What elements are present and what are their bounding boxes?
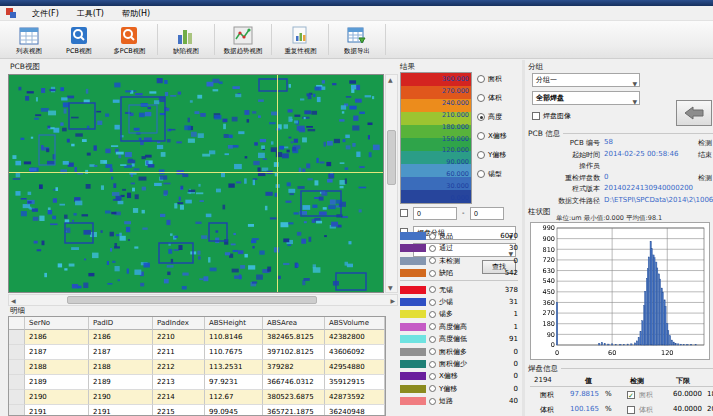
radio-icon[interactable] — [429, 385, 436, 392]
pcb-vertical-scrollbar[interactable]: ▲ ▼ — [385, 74, 398, 293]
category-row[interactable]: 面积偏少0 — [400, 358, 518, 370]
radio-icon[interactable] — [477, 170, 485, 178]
group-select[interactable]: 分组一▼ — [532, 73, 640, 87]
radio-icon[interactable] — [477, 75, 485, 83]
radio-icon[interactable] — [429, 299, 436, 306]
row-selector[interactable] — [9, 390, 25, 405]
column-header[interactable]: SerNo — [25, 317, 89, 330]
radio-icon[interactable] — [429, 245, 436, 252]
radio-icon[interactable] — [429, 348, 436, 355]
radio-icon[interactable] — [429, 336, 436, 343]
radio-icon[interactable] — [429, 373, 436, 380]
scrollbar-thumb[interactable] — [387, 130, 396, 185]
pcb-horizontal-scrollbar[interactable]: ◀ ▶ — [8, 294, 398, 306]
radio-icon[interactable] — [429, 398, 436, 405]
table-row[interactable]: 219021902214112.67380523.687542873592 — [9, 390, 385, 405]
category-row[interactable]: Y偏移0 — [400, 383, 518, 395]
range-to-input[interactable] — [470, 207, 504, 220]
category-row[interactable]: X偏移0 — [400, 370, 518, 382]
info-value: 0 — [604, 173, 608, 181]
column-header[interactable]: PadID — [89, 317, 153, 330]
category-row[interactable]: 高度偏高1 — [400, 321, 518, 333]
scroll-left-icon[interactable]: ◀ — [11, 297, 16, 304]
category-row[interactable]: 未检测0 — [400, 255, 518, 267]
column-header[interactable]: ABSVolume — [325, 317, 385, 330]
table-cell: 2186 — [25, 330, 89, 345]
menu-help[interactable]: 帮助(H) — [120, 7, 152, 20]
back-arrow-button[interactable] — [676, 100, 712, 126]
radio-icon[interactable] — [429, 311, 436, 318]
pad-check-checkbox[interactable]: ✓ — [627, 391, 635, 399]
detail-table[interactable]: SerNoPadIDPadIndexABSHeightABSAreaABSVol… — [8, 316, 386, 416]
column-header[interactable]: PadIndex — [153, 317, 205, 330]
scroll-down-icon[interactable]: ▼ — [388, 284, 393, 291]
scroll-right-icon[interactable]: ▶ — [390, 297, 395, 304]
category-row[interactable]: 良品6070 — [400, 230, 518, 242]
pad-select[interactable]: 全部焊盘▼ — [532, 91, 640, 105]
radio-icon[interactable] — [429, 286, 436, 293]
table-cell: 2187 — [89, 345, 153, 360]
pad-image-checkbox[interactable] — [532, 112, 540, 120]
radio-icon[interactable] — [429, 270, 436, 277]
pcb-info-row: 程式版本20140224130940000200 — [528, 184, 713, 195]
results-title: 结果 — [400, 62, 415, 72]
category-row[interactable]: 短路40 — [400, 395, 518, 407]
metric-option-4[interactable]: X偏移 — [477, 131, 507, 141]
table-cell: 366746.0312 — [263, 375, 325, 390]
radio-icon[interactable] — [477, 113, 485, 121]
pcb-view-icon — [68, 25, 90, 45]
repeatability-view-button[interactable]: 重复性视图 — [275, 21, 325, 58]
radio-icon[interactable] — [477, 132, 485, 140]
menu-tools[interactable]: 工具(T) — [75, 7, 106, 20]
category-count: 91 — [509, 335, 518, 343]
list-view-button[interactable]: 列表视图 — [4, 21, 54, 58]
pcb-board-view[interactable] — [8, 74, 384, 293]
defect-view-button[interactable]: 缺陷视图 — [161, 21, 211, 58]
scrollbar-thumb[interactable] — [67, 296, 317, 304]
column-header[interactable]: ABSArea — [263, 317, 325, 330]
category-row[interactable]: 无锡378 — [400, 284, 518, 296]
category-row[interactable]: 通过30 — [400, 242, 518, 254]
radio-icon[interactable] — [429, 323, 436, 330]
table-row[interactable]: 218721872211110.7675397102.812543606092 — [9, 345, 385, 360]
radio-icon[interactable] — [429, 257, 436, 264]
data-trend-view-button[interactable]: 数据趋势视图 — [218, 21, 268, 58]
category-row[interactable]: 缺陷542 — [400, 267, 518, 279]
table-row[interactable]: 21892189221397.9231366746.031235912915 — [9, 375, 385, 390]
metric-option-6[interactable]: 锡型 — [477, 169, 502, 179]
radio-icon[interactable] — [429, 233, 436, 240]
pcb-info-row: PCB 编号58检测 — [528, 138, 713, 149]
metric-option-2[interactable]: 体积 — [477, 93, 502, 103]
category-row[interactable]: 面积偏多0 — [400, 346, 518, 358]
pcb-view-button[interactable]: PCB视图 — [54, 21, 104, 58]
category-row[interactable]: 少锡31 — [400, 296, 518, 308]
metric-option-3[interactable]: 高度 — [477, 112, 502, 122]
range-from-input[interactable] — [413, 207, 457, 220]
pad-check-checkbox[interactable] — [627, 406, 635, 414]
info-label: 重检焊盘数 — [565, 173, 600, 183]
radio-icon[interactable] — [477, 151, 485, 159]
row-selector[interactable] — [9, 360, 25, 375]
data-export-button[interactable]: 数据导出 — [332, 21, 382, 58]
menu-file[interactable]: 文件(F) — [30, 7, 61, 20]
row-selector[interactable] — [9, 330, 25, 345]
row-selector[interactable] — [9, 405, 25, 416]
multi-pcb-view-button[interactable]: 多PCB视图 — [104, 21, 154, 58]
radio-icon[interactable] — [477, 94, 485, 102]
pad-upper-limit: 200. — [707, 405, 713, 413]
table-row[interactable]: 218621862210110.8146382465.812542382800 — [9, 330, 385, 345]
table-row[interactable]: 218821882212113.253137928242954880 — [9, 360, 385, 375]
row-selector[interactable] — [9, 375, 25, 390]
range-filter-checkbox[interactable] — [400, 209, 408, 217]
info-value: 20140224130940000200 — [604, 184, 693, 192]
radio-icon[interactable] — [429, 361, 436, 368]
column-header[interactable]: ABSHeight — [205, 317, 263, 330]
metric-option-5[interactable]: Y偏移 — [477, 150, 506, 160]
metric-option-1[interactable]: 面积 — [477, 74, 502, 84]
scroll-up-icon[interactable]: ▲ — [388, 76, 393, 83]
category-row[interactable]: 高度偏低91 — [400, 333, 518, 345]
category-row[interactable]: 锡多1 — [400, 308, 518, 320]
table-row[interactable]: 21912191221599.0945365721.187536240948 — [9, 405, 385, 416]
row-selector[interactable] — [9, 345, 25, 360]
panel-splitter[interactable] — [522, 60, 525, 416]
